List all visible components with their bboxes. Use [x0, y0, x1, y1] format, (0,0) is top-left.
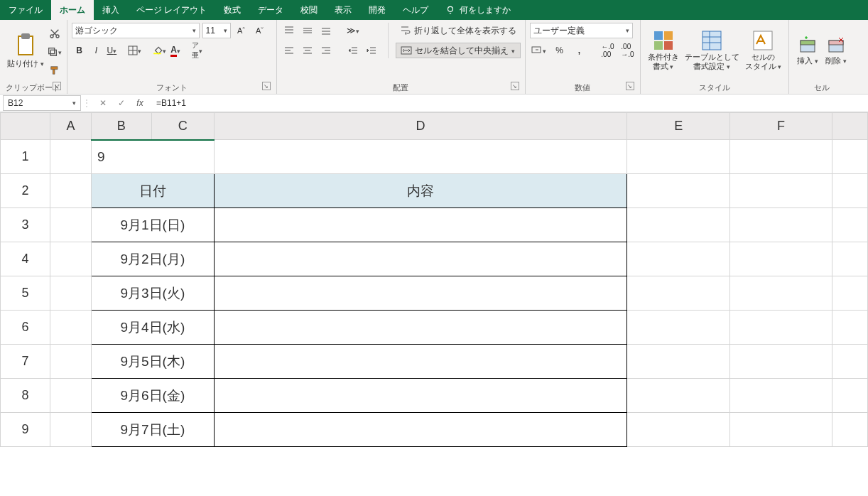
cell-D6[interactable]	[214, 311, 626, 345]
cell-A9[interactable]	[50, 413, 91, 447]
number-dialog-launcher[interactable]	[626, 82, 634, 90]
cell-D1[interactable]	[214, 140, 626, 174]
merge-center-button[interactable]: セルを結合して中央揃え	[396, 43, 521, 58]
decrease-font-button[interactable]: Aˇ	[252, 23, 268, 38]
cell-A4[interactable]	[50, 242, 91, 276]
tab-insert[interactable]: 挿入	[94, 0, 128, 20]
cell-F9[interactable]	[730, 413, 832, 447]
select-all-corner[interactable]	[1, 113, 50, 140]
cell-D5[interactable]	[214, 276, 626, 311]
cell-F8[interactable]	[730, 379, 832, 413]
tab-formulas[interactable]: 数式	[215, 0, 249, 20]
cell-D9[interactable]	[214, 413, 626, 447]
align-right-button[interactable]	[318, 43, 334, 58]
cell-E7[interactable]	[627, 345, 730, 379]
tab-help[interactable]: ヘルプ	[394, 0, 437, 20]
number-format-combo[interactable]: ユーザー定義▾	[530, 23, 633, 38]
cell-D4[interactable]	[214, 242, 626, 276]
phonetic-button[interactable]: ア亜	[190, 43, 204, 58]
cell-B3[interactable]: 9月1日(日)	[91, 208, 214, 242]
col-header-B[interactable]: B	[91, 113, 151, 140]
accounting-format-button[interactable]	[530, 43, 548, 58]
cell-D2[interactable]: 内容	[214, 174, 626, 208]
cell-A3[interactable]	[50, 208, 91, 242]
row-header-8[interactable]: 8	[1, 379, 50, 413]
wrap-text-button[interactable]: 折り返して全体を表示する	[396, 23, 521, 38]
tab-developer[interactable]: 開発	[360, 0, 394, 20]
row-header-9[interactable]: 9	[1, 413, 50, 447]
cell-D3[interactable]	[214, 208, 626, 242]
increase-indent-button[interactable]	[364, 43, 379, 58]
align-left-button[interactable]	[281, 43, 297, 58]
cell-G5[interactable]	[832, 276, 867, 311]
worksheet-grid[interactable]: A B C D E F 1 9 2 日付 内容 39月1日(日) 49月2日(月…	[0, 112, 868, 447]
font-name-combo[interactable]: 游ゴシック▾	[72, 23, 200, 38]
insert-cells-button[interactable]: 挿入	[793, 23, 822, 78]
cell-E1[interactable]	[627, 140, 730, 174]
paste-button[interactable]: 貼り付け	[4, 23, 47, 78]
cell-A1[interactable]	[50, 140, 91, 174]
cell-B5[interactable]: 9月3日(火)	[91, 276, 214, 311]
cell-A6[interactable]	[50, 311, 91, 345]
fill-color-button[interactable]	[151, 43, 168, 58]
col-header-C[interactable]: C	[151, 113, 214, 140]
col-header-A[interactable]: A	[50, 113, 91, 140]
cell-A8[interactable]	[50, 379, 91, 413]
cell-B2[interactable]: 日付	[91, 174, 214, 208]
row-header-6[interactable]: 6	[1, 311, 50, 345]
cell-E2[interactable]	[627, 174, 730, 208]
cell-G2[interactable]	[832, 174, 867, 208]
tab-home[interactable]: ホーム	[51, 0, 94, 20]
cell-B7[interactable]: 9月5日(木)	[91, 345, 214, 379]
tab-pagelayout[interactable]: ページ レイアウト	[128, 0, 215, 20]
font-size-combo[interactable]: 11▾	[202, 23, 231, 38]
cell-E8[interactable]	[627, 379, 730, 413]
cell-F1[interactable]	[730, 140, 832, 174]
border-button[interactable]	[126, 43, 143, 58]
cell-B1[interactable]: 9	[91, 140, 214, 174]
cell-A2[interactable]	[50, 174, 91, 208]
cell-F2[interactable]	[730, 174, 832, 208]
cell-F5[interactable]	[730, 276, 832, 311]
decrease-decimal-button[interactable]: .00→.0	[620, 43, 636, 58]
tab-view[interactable]: 表示	[326, 0, 360, 20]
align-center-button[interactable]	[300, 43, 315, 58]
cell-B9[interactable]: 9月7日(土)	[91, 413, 214, 447]
enter-formula-button[interactable]: ✓	[114, 95, 129, 111]
tab-file[interactable]: ファイル	[0, 0, 51, 20]
insert-function-button[interactable]: fx	[132, 95, 148, 111]
cell-F6[interactable]	[730, 311, 832, 345]
underline-button[interactable]: U	[106, 43, 119, 58]
comma-button[interactable]: ,	[572, 43, 587, 58]
cell-E9[interactable]	[627, 413, 730, 447]
bold-button[interactable]: B	[72, 43, 87, 58]
alignment-dialog-launcher[interactable]	[511, 82, 519, 90]
row-header-4[interactable]: 4	[1, 242, 50, 276]
cell-F4[interactable]	[730, 242, 832, 276]
row-header-3[interactable]: 3	[1, 208, 50, 242]
cell-G1[interactable]	[832, 140, 867, 174]
align-bottom-button[interactable]	[318, 23, 334, 38]
increase-decimal-button[interactable]: ←.0.00	[600, 43, 616, 58]
format-as-table-button[interactable]: テーブルとして 書式設定	[682, 23, 742, 78]
cell-D8[interactable]	[214, 379, 626, 413]
percent-button[interactable]: %	[552, 43, 568, 58]
cell-styles-button[interactable]: セルの スタイル	[742, 23, 785, 78]
increase-font-button[interactable]: Aˆ	[234, 23, 249, 38]
cell-E5[interactable]	[627, 276, 730, 311]
cell-D7[interactable]	[214, 345, 626, 379]
formula-input[interactable]: =B11+1	[152, 98, 190, 108]
cell-G9[interactable]	[832, 413, 867, 447]
row-header-2[interactable]: 2	[1, 174, 50, 208]
cell-F7[interactable]	[730, 345, 832, 379]
decrease-indent-button[interactable]	[345, 43, 361, 58]
col-header-next[interactable]	[832, 113, 867, 140]
cell-G8[interactable]	[832, 379, 867, 413]
cell-F3[interactable]	[730, 208, 832, 242]
cell-B4[interactable]: 9月2日(月)	[91, 242, 214, 276]
row-header-5[interactable]: 5	[1, 276, 50, 311]
delete-cells-button[interactable]: 削除	[822, 23, 850, 78]
font-dialog-launcher[interactable]	[262, 82, 271, 90]
row-header-7[interactable]: 7	[1, 345, 50, 379]
cell-E4[interactable]	[627, 242, 730, 276]
